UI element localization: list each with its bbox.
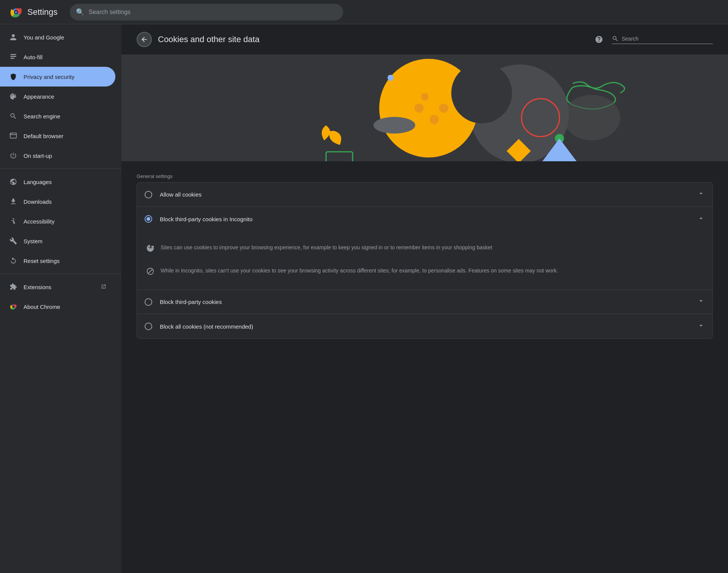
sidebar-label-search-engine: Search engine [24,113,106,120]
sidebar-item-downloads[interactable]: Downloads [0,192,115,211]
accessibility-icon [9,217,17,225]
section-label: General settings [137,173,713,179]
svg-point-20 [430,115,439,124]
sidebar-divider-1 [0,168,121,169]
sidebar-label-about-chrome: About Chrome [24,304,106,310]
content-search-input[interactable] [622,36,713,42]
sidebar-label-auto-fill: Auto-fill [24,54,106,60]
sidebar-item-privacy-security[interactable]: Privacy and security [0,67,115,87]
help-button[interactable] [592,33,606,46]
svg-point-24 [373,117,415,134]
allow-all-cookies-option[interactable]: Allow all cookies [137,183,712,207]
block-third-party-option[interactable]: Block third-party cookies [137,290,712,314]
sidebar-label-privacy-security: Privacy and security [24,74,106,80]
content-header: Cookies and other site data [121,24,728,55]
app-logo: Settings [9,5,58,19]
sidebar-item-languages[interactable]: Languages [0,172,115,192]
sidebar-item-on-startup[interactable]: On start-up [0,146,115,165]
svg-point-30 [563,95,620,140]
app-title: Settings [27,7,58,17]
block-incognito-option[interactable]: Block third-party cookies in Incognito [137,207,712,231]
app-header: Settings 🔍 [0,0,728,24]
back-button[interactable] [137,32,152,47]
sidebar: You and Google Auto-fill Privacy and sec… [0,24,121,573]
puzzle-icon [9,283,17,291]
sidebar-label-default-browser: Default browser [24,133,106,139]
sidebar-label-downloads: Downloads [24,198,106,205]
header-actions [592,33,713,46]
block-all-cookies-option[interactable]: Block all cookies (not recommended) [137,314,712,338]
allow-all-radio[interactable] [145,191,152,198]
page-title: Cookies and other site data [158,35,586,44]
block-all-radio[interactable] [145,323,152,330]
sidebar-item-appearance[interactable]: Appearance [0,87,115,106]
header-search-bar[interactable]: 🔍 [70,4,343,20]
sidebar-item-search-engine[interactable]: Search engine [0,106,115,126]
sidebar-item-auto-fill[interactable]: Auto-fill [0,47,115,67]
sidebar-label-reset-settings: Reset settings [24,258,106,264]
block-incognito-radio[interactable] [145,215,152,223]
shield-icon [9,72,17,81]
sidebar-label-you-and-google: You and Google [24,34,106,41]
expanded-item-2: While in Incognito, sites can't use your… [146,260,703,283]
block-incognito-expand-icon [697,214,705,224]
autofill-icon [9,53,17,61]
sidebar-divider-2 [0,274,121,274]
external-link-icon [101,284,106,290]
sidebar-label-appearance: Appearance [24,93,106,100]
allow-all-label: Allow all cookies [160,191,690,198]
block-incognito-expanded: Sites can use cookies to improve your br… [137,231,712,290]
sidebar-label-accessibility: Accessibility [24,218,106,225]
palette-icon [9,92,17,101]
svg-point-14 [13,306,14,307]
svg-point-9 [11,134,12,134]
sidebar-item-reset-settings[interactable]: Reset settings [0,251,115,271]
sidebar-label-languages: Languages [24,179,106,185]
download-icon [9,197,17,206]
block-icon [146,267,154,277]
cookie-options-group: Allow all cookies Block third-party cook… [137,182,713,339]
expanded-text-2: While in Incognito, sites can't use your… [161,266,558,275]
block-third-party-radio[interactable] [145,298,152,306]
chrome-logo-icon [9,5,23,19]
sidebar-item-default-browser[interactable]: Default browser [0,126,115,146]
reset-icon [9,257,17,265]
block-third-party-label: Block third-party cookies [160,299,690,305]
search-engine-icon [9,112,17,120]
person-icon [9,33,17,41]
svg-point-21 [439,104,448,113]
sidebar-item-extensions[interactable]: Extensions [0,277,115,297]
svg-point-18 [451,63,512,123]
sidebar-label-on-startup: On start-up [24,153,106,159]
block-all-expand-icon [697,322,705,331]
sidebar-item-about-chrome[interactable]: About Chrome [0,297,115,316]
cookie-illustration [121,55,728,161]
globe-icon [9,178,17,186]
block-all-label: Block all cookies (not recommended) [160,323,690,330]
content-area: Cookies and other site data [121,24,728,573]
wrench-icon [9,237,17,245]
content-search-bar[interactable] [612,35,713,44]
browser-icon [9,132,17,140]
svg-rect-6 [11,58,14,59]
svg-rect-4 [11,54,16,55]
svg-point-3 [15,11,17,13]
block-incognito-label: Block third-party cookies in Incognito [160,216,690,222]
svg-point-23 [388,75,394,81]
sidebar-item-system[interactable]: System [0,231,115,251]
sidebar-label-extensions: Extensions [24,284,95,290]
header-search-input[interactable] [89,9,337,16]
power-icon [9,151,17,160]
allow-all-expand-icon [697,190,705,199]
cookie-illustration-svg [121,55,728,161]
expanded-item-1: Sites can use cookies to improve your br… [146,237,703,260]
content-body: General settings Allow all cookies Block… [121,161,728,351]
cookie-icon [146,244,154,254]
sidebar-item-accessibility[interactable]: Accessibility [0,211,115,231]
svg-point-10 [12,134,13,134]
main-layout: You and Google Auto-fill Privacy and sec… [0,24,728,573]
svg-point-11 [13,218,14,219]
sidebar-item-you-and-google[interactable]: You and Google [0,27,115,47]
block-third-party-expand-icon [697,297,705,307]
sidebar-label-system: System [24,238,106,244]
